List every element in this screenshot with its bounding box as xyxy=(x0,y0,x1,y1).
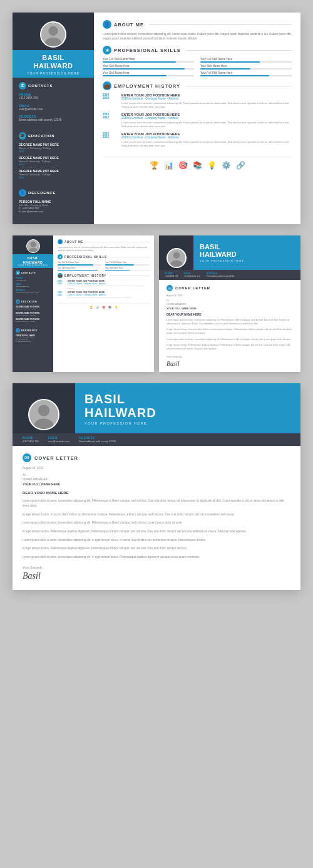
skills-section: ★ PROFESSIONAL SKILLS Your Full Skill Na… xyxy=(103,46,292,76)
small-emp-icon: 💼 xyxy=(58,273,63,278)
name-area: BASIL HAILWARD YOUR PROFESSION HERE xyxy=(13,50,94,78)
cover-letter-icon: ✉ xyxy=(167,285,173,291)
cover-letter-title: COVER LETTER xyxy=(175,286,210,290)
lg-signature: Basil xyxy=(23,571,290,581)
lg-cover-body: ✉ COVER LETTER August 25, 2019 To: HIRIN… xyxy=(13,446,300,589)
profession-text: YOUR PROFESSION HERE xyxy=(18,71,89,75)
cover-signature: Basil xyxy=(167,360,293,367)
skills-title: PROFESSIONAL SKILLS xyxy=(114,48,181,53)
network-icon: 🔗 xyxy=(236,161,245,170)
s-chart-icon: 📊 xyxy=(96,306,99,309)
skill-bar-2 xyxy=(200,61,292,63)
svg-point-1 xyxy=(48,26,58,36)
svg-point-7 xyxy=(173,252,180,259)
small-skills-icon: ★ xyxy=(58,254,63,259)
skill-bar-6 xyxy=(200,75,292,76)
resume-main: 👤 ABOUT ME Lorem ipsum dolor sit amet, c… xyxy=(94,13,300,224)
profile-avatar xyxy=(40,21,66,48)
award-icon: 🏆 xyxy=(150,161,159,170)
lg-sincerely: Yours Sincerely, xyxy=(23,566,290,569)
lg-cover-para-3: Lorem ipsum dolor sit amet, consectetur … xyxy=(23,520,290,525)
cover-profession: YOUR PROFESSION HERE xyxy=(200,259,294,262)
cover-name-area: BASILHAILWARD YOUR PROFESSION HERE xyxy=(193,235,300,270)
cover-name: BASILHAILWARD xyxy=(200,243,294,258)
skill-bar-1 xyxy=(103,61,194,63)
education-title: 🎓 EducaTion xyxy=(19,132,88,140)
small-resume-card: BASILHAILWARD YOUR PROFESSION HERE ✆ CON… xyxy=(13,235,154,372)
employment-header: 💼 EMPLOYMENT history xyxy=(103,81,292,90)
lg-cover-dear: DEAR YOUR NAME HERE xyxy=(23,491,290,495)
lg-cover-to-label: To: xyxy=(23,473,290,477)
about-text: Lorem ipsum dolor sit amet, consectetur … xyxy=(103,32,292,41)
skills-header: ★ PROFESSIONAL SKILLS xyxy=(103,46,292,54)
small-skills: ★ PROFESSIONAL SKILLS Your Full Skill Na… xyxy=(58,254,150,271)
reference-title: 👤 REFERENCE xyxy=(19,189,88,197)
lg-cover-name-area: BASILHAILWARD YOUR PROFESSION HERE xyxy=(75,383,300,433)
s-bulb-icon: 💡 xyxy=(115,306,118,309)
skill-bar-3 xyxy=(103,68,194,70)
cover-to-role: HIRING MANAGER xyxy=(167,303,293,306)
skill-item-2: Your Full Skill Name Here xyxy=(200,58,292,63)
bulb-icon: 💡 xyxy=(207,161,217,170)
lg-cover-to-name: YOUR FULL NAME HERE xyxy=(23,482,290,486)
cover-dear: DEAR YOUR NAME HERE xyxy=(167,313,293,316)
lg-cover-name: BASILHAILWARD xyxy=(85,392,291,420)
small-about-icon: 👤 xyxy=(58,239,63,244)
skill-bar-5 xyxy=(103,75,194,76)
cover-contacts-bar: PHONE +012 3456 789 EMAIL user@website.c… xyxy=(159,270,300,280)
lg-cover-letter-icon: ✉ xyxy=(23,453,31,462)
employment-divider xyxy=(185,86,292,86)
lg-cover-para-7: Lorem ipsum dolor sit amet, consectetur … xyxy=(23,555,290,560)
cover-header: BASILHAILWARD YOUR PROFESSION HERE xyxy=(159,235,300,270)
edu-item-3: DEGREE NAME PUT HERE Name of University … xyxy=(19,169,88,179)
small-main-content: 👤 ABOUT ME Lorem ipsum dolor sit amet, c… xyxy=(53,235,154,372)
settings-icon: ⚙️ xyxy=(222,161,231,170)
employment-title: EMPLOYMENT history xyxy=(114,83,180,89)
small-employment: 💼 EMPLOYMENT HISTORY 20192019 ENTER YOUR… xyxy=(58,273,150,301)
small-avatar xyxy=(26,239,40,253)
skill-item-1: Your Full Skill Name Here xyxy=(103,58,194,63)
job-item-1: 2019 2019 ENTER YOUR JOB POSITION HERE 2… xyxy=(103,93,292,109)
lg-cover-photo-area xyxy=(13,383,75,433)
skill-item-5: Your Skill Name Here xyxy=(103,71,194,76)
lg-cover-header: BASILHAILWARD YOUR PROFESSION HERE xyxy=(13,383,300,433)
small-education: 🎓 EDUCATION DEGREE NAME PUT HERE Master … xyxy=(13,297,53,326)
s-award-icon: 🏆 xyxy=(90,306,93,309)
job-item-2: 2010 2012 ENTER YOUR JOB POSITION HERE 2… xyxy=(103,113,292,128)
small-contacts-icon: ✆ xyxy=(16,271,20,275)
s-target-icon: 🎯 xyxy=(102,306,105,309)
phone-contact: PHONE +012 3456 789 xyxy=(19,93,88,100)
lg-contacts-bar: PHONE +012 3456 789 EMAIL user@website.c… xyxy=(13,433,300,446)
cover-para-1: Lorem ipsum dolor sit amet, consectetur … xyxy=(167,319,293,326)
contacts-icon: ✆ xyxy=(19,82,26,90)
chart-icon: 📊 xyxy=(164,161,173,170)
lg-cover-para-1: Lorem ipsum dolor sit amet, consectetur … xyxy=(23,499,290,508)
about-section: 👤 ABOUT ME Lorem ipsum dolor sit amet, c… xyxy=(103,20,292,41)
small-edu-icon: 🎓 xyxy=(16,299,20,304)
cover-section-hdr: ✉ COVER LETTER xyxy=(167,285,293,291)
skills-icon: ★ xyxy=(103,46,111,54)
full-resume-card: BASIL HAILWARD YOUR PROFESSION HERE ✆ CO… xyxy=(13,13,300,224)
target-icon: 🎯 xyxy=(178,161,188,170)
lg-cover-date: August 25, 2019 xyxy=(23,467,290,470)
book-icon: 📚 xyxy=(193,161,202,170)
icons-row: 🏆 📊 🎯 📚 💡 ⚙️ 🔗 xyxy=(103,157,292,171)
small-resume-sidebar: BASILHAILWARD YOUR PROFESSION HERE ✆ CON… xyxy=(13,235,53,372)
employment-section: 💼 EMPLOYMENT history 2019 2019 ENTER YOU… xyxy=(103,81,292,152)
about-header: 👤 ABOUT ME xyxy=(103,20,292,29)
skill-item-4: Your Skill Name Here xyxy=(200,65,292,70)
skill-bar-4 xyxy=(200,68,292,70)
about-divider xyxy=(149,24,292,25)
cover-photo-area xyxy=(159,235,193,270)
small-ref-icon: 👤 xyxy=(16,328,20,333)
reference-item: PERSON FULL NAME Job Title - Company Nam… xyxy=(19,200,88,213)
edu-item-2: DEGREE NAME PUT HERE Name of University … xyxy=(19,156,88,166)
lg-cover-avatar xyxy=(28,399,59,430)
skills-grid: Your Full Skill Name Here Your Full Skil… xyxy=(103,58,292,76)
education-icon: 🎓 xyxy=(19,132,26,140)
lg-cover-para-2: In eget tempor lectus. In auctor diam fi… xyxy=(23,512,290,517)
small-reference: 👤 REFERENCE PERSON FULL NAME Job Title -… xyxy=(13,326,53,344)
skill-item-6: Your Full Skill Name Here xyxy=(200,71,292,76)
reference-section: 👤 REFERENCE PERSON FULL NAME Job Title -… xyxy=(13,185,94,218)
cover-para-2: In eget tempor lectus. In auctor diam fi… xyxy=(167,328,293,335)
